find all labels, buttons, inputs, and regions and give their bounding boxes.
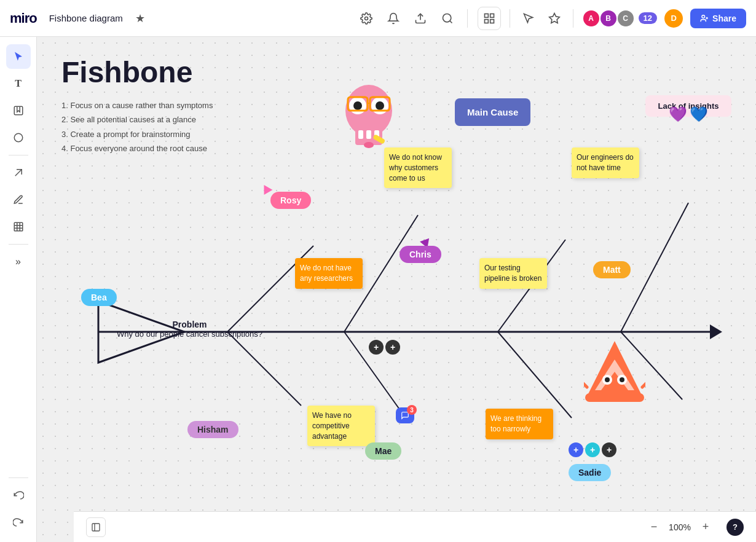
sparkle-icon[interactable]	[545, 9, 564, 28]
upload-icon[interactable]	[411, 9, 430, 28]
skull-character	[338, 80, 400, 176]
share-button[interactable]: Share	[690, 9, 746, 28]
tool-select[interactable]	[6, 44, 31, 69]
main-cause-box[interactable]: Main Cause	[455, 98, 530, 126]
avatar-1: A	[582, 9, 600, 28]
svg-marker-8	[549, 13, 559, 23]
collaborators: A B C 12	[582, 9, 657, 28]
share-label: Share	[712, 14, 736, 23]
tool-arrow[interactable]	[6, 160, 31, 185]
bottombar: − 100% + ?	[74, 511, 756, 542]
apps-button[interactable]	[478, 7, 501, 30]
cone-character	[584, 338, 645, 415]
sticky-narrowly[interactable]: We are thinking too narrowly	[486, 409, 553, 439]
badge-hisham: Hisham	[187, 421, 238, 438]
canvas[interactable]: Fishbone 1. Focus on a cause rather than…	[37, 37, 756, 542]
badge-sadie: Sadie	[569, 464, 611, 481]
panel-toggle-button[interactable]	[86, 517, 106, 537]
svg-point-13	[14, 133, 23, 142]
tool-shape[interactable]	[6, 125, 31, 150]
svg-rect-36	[358, 130, 363, 139]
search-icon[interactable]	[438, 9, 457, 28]
problem-box: Problem Why do our people cancel subscri…	[117, 320, 262, 339]
arrow-cursor-icon[interactable]	[519, 9, 538, 28]
svg-line-3	[449, 20, 452, 23]
svg-point-2	[443, 14, 451, 22]
badge-mae: Mae	[365, 442, 401, 460]
bell-icon[interactable]	[384, 9, 403, 28]
svg-line-22	[227, 332, 301, 406]
svg-point-30	[353, 101, 362, 110]
help-button[interactable]: ?	[726, 519, 744, 536]
tool-frame[interactable]	[6, 214, 31, 239]
svg-line-50	[642, 378, 645, 387]
svg-point-0	[364, 17, 368, 20]
left-sidebar: T »	[0, 37, 37, 542]
svg-rect-4	[484, 14, 488, 17]
sticky-researchers[interactable]: We do not have any researchers	[295, 258, 363, 289]
comment-count: 3	[407, 405, 417, 415]
svg-rect-37	[366, 130, 371, 139]
add-button-4[interactable]: +	[585, 442, 600, 457]
svg-rect-44	[585, 393, 644, 402]
collaborator-count: 12	[639, 12, 657, 24]
sticky-pipeline[interactable]: Our testing pipeline is broken	[479, 258, 547, 289]
svg-rect-5	[490, 14, 494, 17]
add-button-5[interactable]: +	[602, 442, 616, 457]
badge-rosy: Rosy	[270, 192, 311, 209]
board-title: Fishbone diagram	[49, 13, 123, 23]
tool-more[interactable]: »	[6, 249, 31, 274]
tool-text[interactable]: T	[6, 71, 31, 96]
zoom-in-button[interactable]: +	[697, 519, 714, 536]
fishbone-title: Fishbone	[61, 55, 192, 89]
topbar: miro Fishbone diagram ★ A B C 12 D	[0, 0, 756, 37]
svg-line-14	[15, 170, 22, 176]
svg-rect-51	[92, 524, 100, 531]
fishbone-list: 1. Focus on a cause rather than symptoms…	[61, 98, 213, 156]
svg-line-24	[498, 332, 572, 418]
svg-marker-17	[710, 324, 722, 339]
badge-chris: Chris	[400, 246, 441, 263]
svg-point-39	[364, 142, 374, 148]
tool-redo[interactable]	[6, 510, 31, 535]
badge-bea: Bea	[81, 289, 117, 306]
tool-sticky[interactable]	[6, 98, 31, 123]
settings-icon[interactable]	[356, 9, 376, 28]
main-area: T »	[0, 37, 756, 542]
avatar-2: B	[599, 9, 618, 28]
miro-logo: miro	[10, 10, 37, 26]
add-button-1[interactable]: +	[369, 340, 384, 355]
tool-undo[interactable]	[6, 483, 31, 508]
add-button-2[interactable]: +	[385, 340, 400, 355]
zoom-level-display: 100%	[667, 522, 692, 532]
avatar-3: C	[616, 9, 635, 28]
badge-matt: Matt	[593, 261, 631, 278]
svg-point-48	[620, 377, 624, 382]
zoom-controls: − 100% + ?	[645, 519, 744, 536]
star-icon[interactable]: ★	[130, 9, 150, 28]
comment-badge[interactable]: 3	[396, 407, 414, 423]
svg-rect-6	[484, 19, 488, 23]
svg-line-49	[584, 378, 587, 387]
svg-rect-15	[14, 222, 23, 231]
svg-point-47	[605, 377, 610, 382]
insights-box[interactable]: Lack of insights 💜 💙	[645, 95, 731, 117]
current-user-avatar: D	[663, 8, 684, 29]
sticky-engineers[interactable]: Our engineers do not have time	[572, 147, 639, 178]
sticky-competitive[interactable]: We have no competitive advantage	[307, 406, 375, 446]
svg-point-31	[376, 101, 384, 110]
tool-pen[interactable]	[6, 187, 31, 212]
add-button-3[interactable]: +	[569, 442, 583, 457]
svg-rect-7	[490, 19, 494, 23]
svg-line-21	[621, 203, 688, 332]
svg-point-9	[702, 15, 705, 18]
zoom-out-button[interactable]: −	[645, 519, 663, 536]
